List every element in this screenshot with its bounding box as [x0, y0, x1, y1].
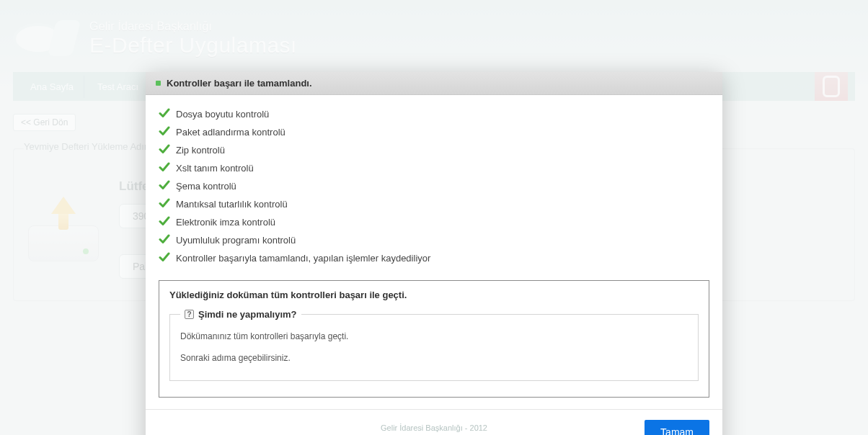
- check-label: Mantıksal tutarlılık kontrolü: [176, 199, 288, 210]
- help-legend: ? Şimdi ne yapmalıyım?: [180, 309, 301, 320]
- check-label: Dosya boyutu kontrolü: [176, 109, 269, 120]
- check-label: Zip kontrolü: [176, 145, 225, 156]
- check-list: Dosya boyutu kontrolüPaket adlandırma ko…: [159, 105, 709, 267]
- help-fieldset: ? Şimdi ne yapmalıyım? Dökümanınız tüm k…: [169, 309, 699, 381]
- check-item: Xslt tanım kontrolü: [159, 159, 709, 177]
- dialog-header: Kontroller başarı ile tamamlandı.: [146, 72, 722, 95]
- help-legend-text: Şimdi ne yapmalıyım?: [198, 309, 297, 320]
- check-icon: [159, 125, 170, 139]
- result-box: Yüklediğiniz doküman tüm kontrolleri baş…: [159, 280, 709, 398]
- check-label: Uyumluluk programı kontrolü: [176, 235, 296, 246]
- check-item: Dosya boyutu kontrolü: [159, 105, 709, 123]
- check-icon: [159, 143, 170, 157]
- check-label: Xslt tanım kontrolü: [176, 163, 254, 174]
- help-line-1: Dökümanınız tüm kontrolleri başarıyla ge…: [180, 331, 688, 341]
- validation-dialog: Kontroller başarı ile tamamlandı. Dosya …: [146, 72, 722, 435]
- check-icon: [159, 215, 170, 229]
- check-item: Kontroller başarıyla tamamlandı, yapılan…: [159, 249, 709, 267]
- check-item: Mantıksal tutarlılık kontrolü: [159, 195, 709, 213]
- check-icon: [159, 161, 170, 175]
- result-title: Yüklediğiniz doküman tüm kontrolleri baş…: [169, 290, 699, 300]
- check-icon: [159, 251, 170, 265]
- check-item: Paket adlandırma kontrolü: [159, 123, 709, 141]
- check-item: Şema kontrolü: [159, 177, 709, 195]
- check-label: Elektronik imza kontrolü: [176, 217, 275, 228]
- help-line-2: Sonraki adıma geçebilirsiniz.: [180, 353, 688, 363]
- dialog-title: Kontroller başarı ile tamamlandı.: [167, 78, 312, 89]
- check-item: Zip kontrolü: [159, 141, 709, 159]
- check-icon: [159, 197, 170, 211]
- check-label: Paket adlandırma kontrolü: [176, 127, 285, 138]
- check-item: Uyumluluk programı kontrolü: [159, 231, 709, 249]
- check-label: Şema kontrolü: [176, 181, 236, 192]
- check-icon: [159, 233, 170, 247]
- modal-overlay: Kontroller başarı ile tamamlandı. Dosya …: [0, 0, 868, 435]
- page-footer: Gelir İdaresi Başkanlığı - 2012: [0, 423, 868, 432]
- status-dot-icon: [156, 81, 161, 86]
- help-body: Dökümanınız tüm kontrolleri başarıyla ge…: [180, 331, 688, 363]
- help-icon: ?: [185, 310, 194, 319]
- dialog-body: Dosya boyutu kontrolüPaket adlandırma ko…: [146, 95, 722, 409]
- check-icon: [159, 107, 170, 121]
- check-item: Elektronik imza kontrolü: [159, 213, 709, 231]
- check-icon: [159, 179, 170, 193]
- check-label: Kontroller başarıyla tamamlandı, yapılan…: [176, 253, 430, 264]
